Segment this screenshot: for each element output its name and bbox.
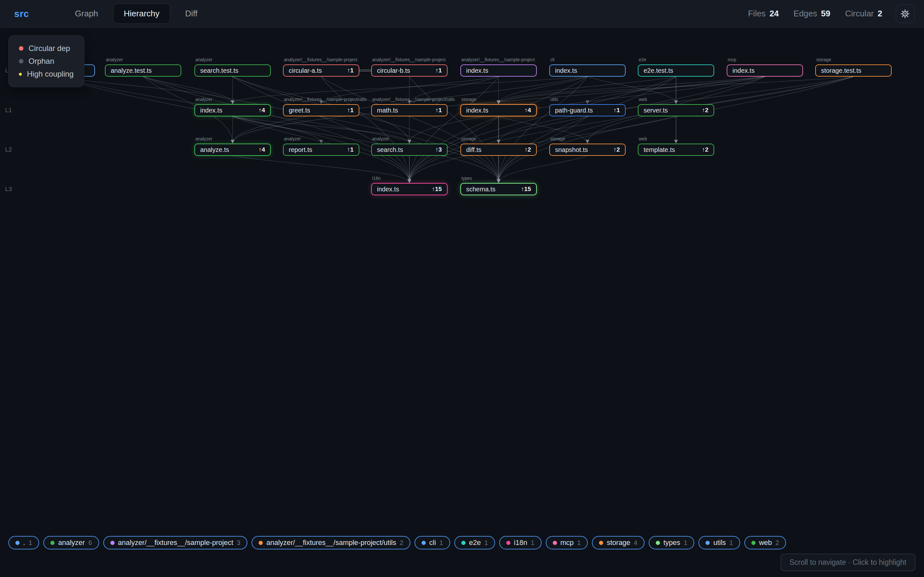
node-analyzer-analyze-test-ts[interactable]: analyze.test.ts <box>105 64 181 77</box>
group-color-dot-icon <box>258 541 263 545</box>
high-coupling-marker-icon <box>19 73 22 76</box>
node-i18n-index-ts[interactable]: index.ts↑15 <box>371 183 447 195</box>
node-utils-path-guard-ts[interactable]: path-guard.ts↑1 <box>549 104 626 116</box>
edge-st_index-snapshot <box>499 116 588 143</box>
tab-diff[interactable]: Diff <box>174 3 208 24</box>
group-pill-types[interactable]: types1 <box>649 536 695 550</box>
hierarchy-canvas[interactable]: Circular depOrphanHigh coupling Scroll t… <box>0 0 924 577</box>
edge-root-schema <box>57 77 499 182</box>
node-analyzer-fixtures-sample-project-circular-a-ts[interactable]: circular-a.ts↑1 <box>283 64 359 77</box>
group-pill-storage[interactable]: storage4 <box>592 536 645 550</box>
edge-mcp_index-st_index <box>499 77 765 103</box>
file-name: server.ts <box>644 107 668 114</box>
app: Circular depOrphanHigh coupling Scroll t… <box>0 0 924 577</box>
node-types-schema-ts[interactable]: schema.ts↑15 <box>460 183 537 195</box>
group-pill-count: 1 <box>439 539 443 546</box>
file-name: analyze.test.ts <box>111 67 152 74</box>
file-name: greet.ts <box>289 107 310 114</box>
group-pill-mcp[interactable]: mcp1 <box>546 536 588 550</box>
fan-in-badge: ↑2 <box>702 107 708 114</box>
tab-graph[interactable]: Graph <box>65 3 109 24</box>
group-pill-label: analyzer <box>58 538 85 547</box>
group-pill-label: storage <box>607 538 630 547</box>
group-color-dot-icon <box>50 541 55 545</box>
legend-item-circular-dep: Circular dep <box>19 44 84 53</box>
group-pill-analyzer-fixtures-sample-project[interactable]: analyzer/__fixtures__/sample-project3 <box>103 536 248 550</box>
file-name: report.ts <box>289 146 312 153</box>
group-pill-count: 1 <box>684 539 687 546</box>
node-analyzer-index-ts[interactable]: index.ts↑4 <box>194 104 271 116</box>
fan-in-badge: ↑15 <box>432 185 442 193</box>
node-analyzer-search-ts[interactable]: search.ts↑3 <box>371 143 447 156</box>
group-pill-count: 3 <box>237 539 240 546</box>
file-name: e2e.test.ts <box>644 67 673 74</box>
group-label-mcp: mcp <box>728 57 736 62</box>
fan-in-badge: ↑3 <box>435 146 442 153</box>
group-pill-label: i18n <box>514 538 527 547</box>
group-label-analyzer: analyzer <box>195 136 212 141</box>
group-pill-analyzer-fixtures-sample-project-utils[interactable]: analyzer/__fixtures__/sample-project/uti… <box>252 536 410 550</box>
group-pill-label: web <box>759 538 772 547</box>
topbar: src GraphHierarchyDiff Files24Edges59Cir… <box>0 0 924 27</box>
file-name: search.ts <box>377 146 403 153</box>
node-web-template-ts[interactable]: template.ts↑2 <box>638 143 714 156</box>
group-label-web: web <box>639 97 647 102</box>
group-label-analyzer-fixtures-sample-project: analyzer/__fixtures__/sample-project <box>461 57 535 62</box>
fan-in-badge: ↑4 <box>525 107 531 114</box>
group-color-dot-icon <box>751 541 756 545</box>
group-label-storage: storage <box>461 97 477 102</box>
node-legend: Circular depOrphanHigh coupling <box>8 35 84 87</box>
node-analyzer-analyze-ts[interactable]: analyze.ts↑4 <box>194 143 271 156</box>
fan-in-badge: ↑1 <box>435 107 442 114</box>
node-storage-index-ts[interactable]: index.ts↑4 <box>460 104 537 116</box>
stat-circular: Circular2 <box>845 9 882 19</box>
group-pill-web[interactable]: web2 <box>744 536 786 550</box>
gear-icon <box>900 9 910 19</box>
orphan-marker-icon <box>19 59 23 63</box>
group-color-dot-icon <box>461 541 465 545</box>
file-name: diff.ts <box>466 146 481 153</box>
fan-in-badge: ↑2 <box>614 146 620 153</box>
node-analyzer-fixtures-sample-project-index-ts[interactable]: index.ts <box>460 64 537 77</box>
file-name: index.ts <box>466 107 488 114</box>
node-cli-index-ts[interactable]: index.ts <box>549 64 626 77</box>
group-pill-e2e[interactable]: e2e1 <box>454 536 495 550</box>
fan-in-badge: ↑15 <box>521 185 531 193</box>
node-storage-storage-test-ts[interactable]: storage.test.ts <box>815 64 892 77</box>
file-name: index.ts <box>466 67 488 74</box>
node-storage-diff-ts[interactable]: diff.ts↑2 <box>460 143 537 156</box>
app-logo: src <box>14 8 29 19</box>
file-name: index.ts <box>732 67 754 74</box>
group-pill-utils[interactable]: utils1 <box>698 536 740 550</box>
node-web-server-ts[interactable]: server.ts↑2 <box>638 104 714 116</box>
group-label-analyzer: analyzer <box>372 136 389 141</box>
group-pill-cli[interactable]: cli1 <box>415 536 450 550</box>
group-pill-analyzer[interactable]: analyzer6 <box>43 536 99 550</box>
circular-dep-marker-icon <box>19 46 23 51</box>
node-analyzer-fixtures-sample-project-utils-greet-ts[interactable]: greet.ts↑1 <box>283 104 359 116</box>
node-e2e-e2e-test-ts[interactable]: e2e.test.ts <box>638 64 714 77</box>
node-mcp-index-ts[interactable]: index.ts <box>727 64 803 77</box>
row-label-l3: L3 <box>5 185 12 193</box>
group-pill-count: 1 <box>577 539 581 546</box>
node-analyzer-search-test-ts[interactable]: search.test.ts <box>194 64 271 77</box>
edge-an_index-report <box>233 116 321 143</box>
group-pill-label: mcp <box>561 538 574 547</box>
node-analyzer-fixtures-sample-project-utils-math-ts[interactable]: math.ts↑1 <box>371 104 447 116</box>
settings-button[interactable] <box>896 5 914 23</box>
node-storage-snapshot-ts[interactable]: snapshot.ts↑2 <box>549 143 626 156</box>
edge-t_search-schema <box>233 77 499 182</box>
group-pill-[interactable]: .1 <box>8 536 39 550</box>
fan-in-badge: ↑4 <box>258 146 265 153</box>
file-name: storage.test.ts <box>821 67 861 74</box>
node-analyzer-fixtures-sample-project-circular-b-ts[interactable]: circular-b.ts↑1 <box>371 64 447 77</box>
group-pill-count: 1 <box>485 539 488 546</box>
fan-in-badge: ↑1 <box>614 107 620 114</box>
group-pill-count: 2 <box>775 539 779 546</box>
group-label-storage: storage <box>816 57 831 62</box>
fan-in-badge: ↑1 <box>435 67 442 74</box>
file-name: template.ts <box>644 146 675 153</box>
group-pill-i18n[interactable]: i18n1 <box>499 536 541 550</box>
node-analyzer-report-ts[interactable]: report.ts↑1 <box>283 143 359 156</box>
tab-hierarchy[interactable]: Hierarchy <box>113 3 170 24</box>
